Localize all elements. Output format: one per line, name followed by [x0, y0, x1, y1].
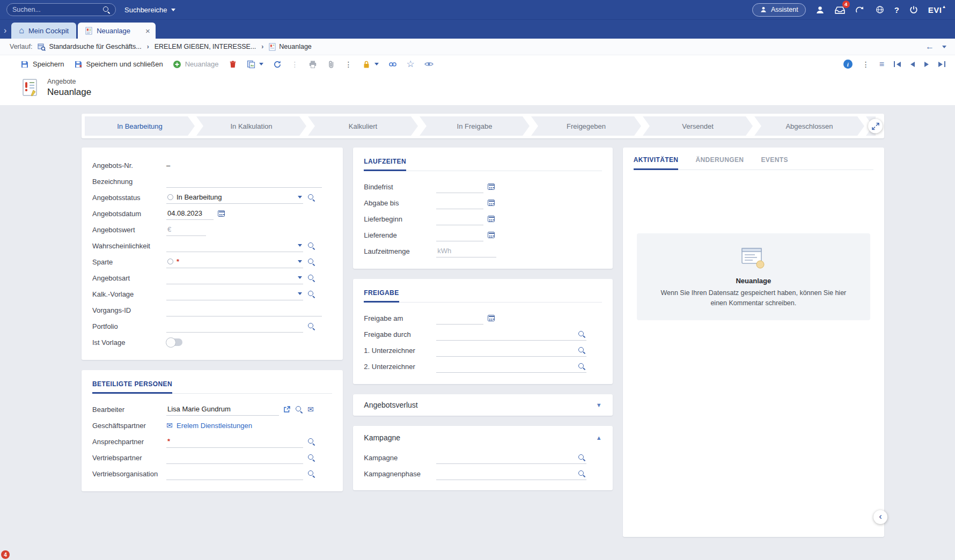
- breadcrumb-item-partner[interactable]: ERELEM GIEßEN, INTERESSE...: [155, 43, 256, 50]
- bezeichnung-field[interactable]: [167, 177, 321, 185]
- copy-button[interactable]: [247, 60, 263, 69]
- kampagne-input[interactable]: [436, 451, 586, 464]
- ansprechpartner-input[interactable]: *: [166, 435, 303, 448]
- save-close-button[interactable]: Speichern und schließen: [74, 60, 163, 69]
- angebotsdatum-input[interactable]: [166, 207, 214, 220]
- angebotswert-input[interactable]: [166, 223, 206, 236]
- lieferbeginn-input[interactable]: [436, 212, 483, 225]
- chevron-down-icon[interactable]: [374, 63, 379, 65]
- print-button[interactable]: [308, 60, 317, 69]
- calendar-icon[interactable]: [218, 210, 225, 217]
- search-input[interactable]: [12, 6, 99, 13]
- tab-mein-cockpit[interactable]: ⌂ Mein Cockpit: [11, 23, 76, 39]
- process-step-abgeschlossen[interactable]: Abgeschlossen: [754, 116, 864, 136]
- process-step-kalkuliert[interactable]: Kalkuliert: [308, 116, 418, 136]
- angebotsart-field[interactable]: [167, 274, 295, 282]
- freigabe-durch-field[interactable]: [437, 330, 575, 338]
- calendar-icon[interactable]: [488, 232, 495, 238]
- search-icon[interactable]: [102, 6, 110, 13]
- search-icon[interactable]: [578, 330, 585, 338]
- kalk-vorlage-input[interactable]: [166, 288, 303, 300]
- redo-icon[interactable]: [855, 4, 865, 15]
- nav-first-button[interactable]: [894, 61, 901, 67]
- power-icon[interactable]: [908, 4, 919, 15]
- abgabe-bis-input[interactable]: [436, 196, 483, 209]
- freigabe-am-input[interactable]: [436, 312, 483, 325]
- sparte-field[interactable]: [182, 257, 295, 266]
- global-search[interactable]: [6, 3, 116, 16]
- chevron-down-icon[interactable]: [942, 46, 946, 48]
- panel-collapse-button[interactable]: ‹: [873, 510, 887, 524]
- angebotswert-field[interactable]: [167, 225, 205, 233]
- search-icon[interactable]: [578, 363, 585, 370]
- geschaeftspartner-link[interactable]: Erelem Dienstleistungen: [177, 422, 252, 430]
- freigabe-durch-input[interactable]: [436, 328, 586, 341]
- sparte-input[interactable]: *: [166, 255, 303, 268]
- search-icon[interactable]: [307, 470, 315, 477]
- search-icon[interactable]: [307, 290, 315, 298]
- watch-button[interactable]: [424, 61, 434, 67]
- corner-notification-badge[interactable]: 4: [1, 550, 10, 559]
- process-expand-button[interactable]: [868, 119, 883, 134]
- process-step-freigegeben[interactable]: Freigegeben: [531, 116, 641, 136]
- search-icon[interactable]: [578, 347, 585, 354]
- search-icon[interactable]: [307, 438, 315, 445]
- chevron-down-icon[interactable]: [298, 244, 302, 247]
- vertriebspartner-field[interactable]: [167, 453, 302, 461]
- unterzeichner-1-input[interactable]: [436, 344, 586, 357]
- list-view-icon[interactable]: ≡: [879, 60, 884, 69]
- unterzeichner-2-field[interactable]: [437, 362, 575, 370]
- bezeichnung-input[interactable]: [166, 175, 322, 188]
- ansprechpartner-field[interactable]: [173, 437, 302, 445]
- nav-next-button[interactable]: [924, 62, 929, 67]
- tabs-overflow-icon[interactable]: ›: [4, 26, 6, 35]
- kampagne-header[interactable]: Kampagne ▲: [364, 433, 601, 442]
- freigabe-am-field[interactable]: [437, 314, 482, 322]
- search-icon[interactable]: [295, 406, 303, 413]
- chevron-up-icon[interactable]: ▲: [596, 434, 602, 441]
- info-icon[interactable]: i: [843, 60, 853, 69]
- link-button[interactable]: [388, 60, 397, 69]
- bindefrist-field[interactable]: [437, 182, 482, 190]
- user-icon[interactable]: [815, 4, 826, 15]
- angebotsart-input[interactable]: [166, 271, 303, 284]
- favorite-star-icon[interactable]: ☆: [407, 60, 415, 69]
- calendar-icon[interactable]: [488, 315, 495, 321]
- breadcrumb-item-search[interactable]: Standardsuche für Geschäfts...: [38, 43, 141, 51]
- bearbeiter-input[interactable]: Lisa Marie Gundrum: [166, 403, 279, 416]
- overflow-dots-icon[interactable]: ⋮: [862, 60, 870, 69]
- notifications-icon[interactable]: 4: [835, 4, 846, 15]
- kampagnenphase-input[interactable]: [436, 467, 586, 480]
- chevron-down-icon[interactable]: [298, 292, 302, 295]
- vorgangs-id-field[interactable]: [167, 306, 321, 314]
- new-record-button[interactable]: Neuanlage: [173, 60, 219, 69]
- abgabe-bis-field[interactable]: [437, 198, 482, 207]
- bindefrist-input[interactable]: [436, 180, 483, 193]
- search-icon[interactable]: [307, 194, 315, 201]
- angebotsverlust-header[interactable]: Angebotsverlust ▼: [364, 401, 601, 409]
- mail-icon[interactable]: ✉: [166, 422, 173, 429]
- kampagne-field[interactable]: [437, 453, 575, 461]
- vertriebsorganisation-input[interactable]: [166, 467, 303, 480]
- globe-icon[interactable]: [875, 4, 885, 15]
- lieferbeginn-field[interactable]: [437, 215, 482, 223]
- portfolio-field[interactable]: [167, 322, 302, 330]
- tab-aktivitaeten[interactable]: AKTIVITÄTEN: [634, 156, 679, 170]
- vertriebsorganisation-field[interactable]: [167, 469, 302, 477]
- back-icon[interactable]: ←: [925, 42, 934, 51]
- help-icon[interactable]: ?: [894, 5, 899, 14]
- delete-button[interactable]: [229, 60, 237, 69]
- laufzeitmenge-field[interactable]: [437, 247, 495, 255]
- wahrscheinlichkeit-input[interactable]: [166, 239, 303, 252]
- process-step-versendet[interactable]: Versendet: [643, 116, 753, 136]
- unterzeichner-2-input[interactable]: [436, 360, 586, 373]
- chevron-down-icon[interactable]: [259, 63, 263, 65]
- nav-last-button[interactable]: [938, 61, 945, 67]
- chevron-down-icon[interactable]: [298, 276, 302, 279]
- lieferende-field[interactable]: [437, 231, 482, 239]
- chevron-down-icon[interactable]: ▼: [596, 402, 602, 408]
- search-icon[interactable]: [578, 454, 585, 461]
- open-record-icon[interactable]: [283, 406, 290, 413]
- unterzeichner-1-field[interactable]: [437, 346, 575, 354]
- tab-events[interactable]: EVENTS: [761, 156, 788, 170]
